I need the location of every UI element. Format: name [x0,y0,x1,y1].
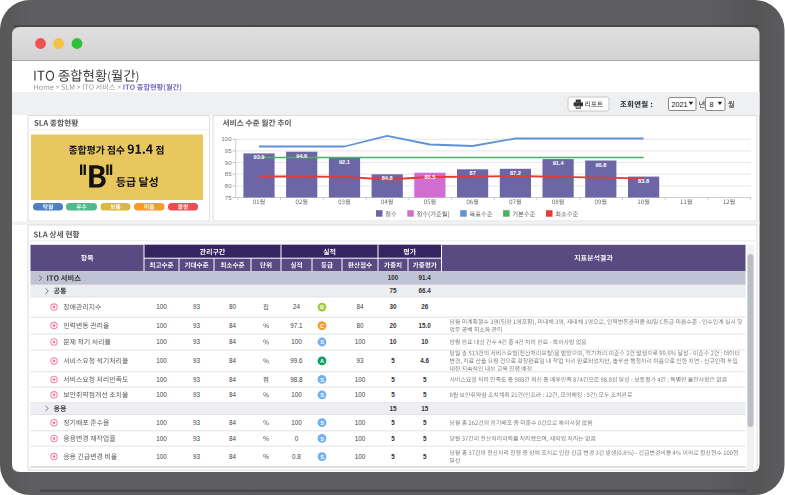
svg-text:94.6: 94.6 [296,153,307,159]
svg-text:5: 5 [423,391,427,398]
svg-text:100: 100 [156,391,167,398]
svg-text:75: 75 [225,195,232,201]
svg-text:15: 15 [421,405,429,412]
svg-text:100: 100 [156,453,167,460]
svg-text:100: 100 [156,303,167,310]
svg-text:80: 80 [229,303,237,310]
svg-text:87: 87 [470,170,476,176]
svg-text:80: 80 [356,322,364,329]
svg-text:100: 100 [355,435,366,442]
svg-text:100: 100 [355,376,366,383]
svg-text:100: 100 [355,419,366,426]
svg-text:100: 100 [355,391,366,398]
svg-text:10: 10 [389,338,397,345]
svg-text:100: 100 [388,274,399,281]
svg-text:100: 100 [156,435,167,442]
svg-text:5: 5 [423,453,427,460]
svg-text:100: 100 [355,338,366,345]
svg-text:84: 84 [229,435,237,442]
svg-text:75: 75 [389,287,397,294]
svg-text:100: 100 [291,391,302,398]
svg-text:5: 5 [391,357,395,364]
svg-text:100: 100 [156,419,167,426]
svg-text:S: S [320,420,324,426]
svg-text:8: 8 [710,100,714,109]
svg-text:S: S [320,377,324,383]
svg-text:5: 5 [423,435,427,442]
svg-text:5: 5 [391,376,395,383]
svg-text:100: 100 [355,453,366,460]
svg-text:100: 100 [291,419,302,426]
svg-text:93: 93 [193,338,201,345]
svg-text:93: 93 [193,357,201,364]
svg-text:90: 90 [225,160,232,166]
svg-text:5: 5 [423,419,427,426]
svg-text:91.4: 91.4 [553,160,565,166]
svg-text:90.8: 90.8 [595,162,606,168]
svg-text:93: 93 [193,376,201,383]
svg-text:4.6: 4.6 [420,357,429,364]
svg-text:84: 84 [229,419,237,426]
svg-text:5: 5 [391,435,395,442]
svg-text:100: 100 [156,338,167,345]
svg-text:93: 93 [193,419,201,426]
svg-text:5: 5 [391,391,395,398]
svg-text:93: 93 [356,357,364,364]
svg-text:87.2: 87.2 [510,170,521,176]
svg-text:0.8: 0.8 [292,453,301,460]
svg-text:85.5: 85.5 [424,174,435,180]
svg-text:93: 93 [193,303,201,310]
svg-text:93.9: 93.9 [254,154,265,160]
svg-text:84: 84 [229,453,237,460]
svg-text:100: 100 [291,338,302,345]
svg-text:92.1: 92.1 [339,159,350,165]
svg-text:15.0: 15.0 [419,322,432,329]
svg-text:93: 93 [193,453,201,460]
svg-text:S: S [320,339,324,345]
svg-text:95: 95 [225,148,232,154]
svg-text:84: 84 [229,357,237,364]
svg-text:97.1: 97.1 [290,322,303,329]
svg-text:30: 30 [389,303,397,310]
svg-text:84: 84 [229,391,237,398]
svg-text:80: 80 [225,183,232,189]
svg-text:84: 84 [229,338,237,345]
svg-text:S: S [320,436,324,442]
svg-text:84: 84 [356,303,364,310]
svg-text:C: C [320,323,324,329]
svg-text:5: 5 [423,376,427,383]
svg-text:93: 93 [193,435,201,442]
svg-text:84.8: 84.8 [382,175,393,181]
svg-text:98.8: 98.8 [290,376,303,383]
svg-text:20: 20 [389,322,397,329]
svg-text:S: S [320,392,324,398]
svg-text:5: 5 [391,453,395,460]
svg-text:85: 85 [225,171,232,177]
svg-text:A: A [320,358,324,364]
svg-text:100: 100 [156,322,167,329]
svg-text:91.4: 91.4 [419,274,432,281]
svg-text:84: 84 [229,322,237,329]
svg-text:B: B [320,304,324,310]
svg-text:93: 93 [193,322,201,329]
svg-text:0: 0 [295,435,299,442]
svg-text:S: S [320,454,324,460]
svg-text:93: 93 [193,391,201,398]
svg-text:100: 100 [156,376,167,383]
svg-text:24: 24 [293,303,301,310]
svg-text:100: 100 [221,136,232,142]
svg-text:84: 84 [229,376,237,383]
svg-text:26: 26 [421,303,429,310]
svg-text:99.6: 99.6 [290,357,303,364]
svg-text:5: 5 [391,419,395,426]
svg-text:2021: 2021 [672,100,688,109]
svg-text:100: 100 [156,357,167,364]
svg-text:10: 10 [421,338,429,345]
svg-text:66.4: 66.4 [419,287,432,294]
svg-text:15: 15 [389,405,397,412]
svg-text:83.8: 83.8 [638,178,649,184]
